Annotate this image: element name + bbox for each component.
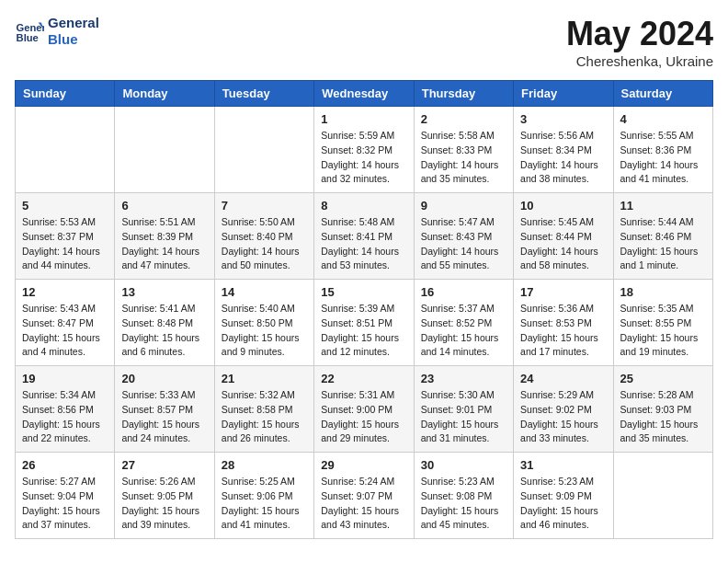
- calendar-cell: 14Sunrise: 5:40 AMSunset: 8:50 PMDayligh…: [214, 280, 313, 366]
- calendar-cell: 6Sunrise: 5:51 AMSunset: 8:39 PMDaylight…: [115, 193, 214, 280]
- day-info: Sunrise: 5:44 AMSunset: 8:46 PMDaylight:…: [620, 215, 706, 273]
- calendar-cell: [115, 107, 214, 193]
- calendar-cell: 26Sunrise: 5:27 AMSunset: 9:04 PMDayligh…: [16, 453, 115, 539]
- weekday-header-thursday: Thursday: [414, 81, 513, 107]
- day-info: Sunrise: 5:35 AMSunset: 8:55 PMDaylight:…: [620, 302, 706, 360]
- calendar-cell: 3Sunrise: 5:56 AMSunset: 8:34 PMDaylight…: [514, 107, 613, 193]
- day-number: 15: [321, 285, 406, 299]
- day-number: 4: [620, 112, 706, 126]
- week-row-4: 19Sunrise: 5:34 AMSunset: 8:56 PMDayligh…: [16, 366, 713, 453]
- day-number: 31: [520, 458, 606, 472]
- calendar-cell: 20Sunrise: 5:33 AMSunset: 8:57 PMDayligh…: [115, 366, 214, 453]
- day-info: Sunrise: 5:29 AMSunset: 9:02 PMDaylight:…: [520, 388, 606, 446]
- calendar-cell: 12Sunrise: 5:43 AMSunset: 8:47 PMDayligh…: [16, 280, 115, 366]
- day-number: 3: [520, 112, 606, 126]
- day-info: Sunrise: 5:39 AMSunset: 8:51 PMDaylight:…: [321, 302, 406, 360]
- day-number: 22: [321, 372, 406, 385]
- title-block: May 2024 Chereshenka, Ukraine: [566, 15, 713, 69]
- day-number: 23: [421, 372, 506, 385]
- week-row-1: 1Sunrise: 5:59 AMSunset: 8:32 PMDaylight…: [16, 107, 713, 193]
- day-info: Sunrise: 5:34 AMSunset: 8:56 PMDaylight:…: [22, 388, 108, 446]
- day-number: 18: [620, 285, 706, 299]
- weekday-header-sunday: Sunday: [16, 81, 115, 107]
- day-info: Sunrise: 5:55 AMSunset: 8:36 PMDaylight:…: [620, 129, 706, 187]
- calendar-cell: 22Sunrise: 5:31 AMSunset: 9:00 PMDayligh…: [314, 366, 414, 453]
- day-info: Sunrise: 5:43 AMSunset: 8:47 PMDaylight:…: [22, 302, 108, 360]
- calendar-cell: 8Sunrise: 5:48 AMSunset: 8:41 PMDaylight…: [314, 193, 414, 280]
- calendar-cell: 7Sunrise: 5:50 AMSunset: 8:40 PMDaylight…: [214, 193, 313, 280]
- calendar-cell: 11Sunrise: 5:44 AMSunset: 8:46 PMDayligh…: [613, 193, 712, 280]
- day-info: Sunrise: 5:24 AMSunset: 9:07 PMDaylight:…: [321, 475, 406, 533]
- weekday-header-friday: Friday: [514, 81, 613, 107]
- calendar-table: SundayMondayTuesdayWednesdayThursdayFrid…: [15, 80, 713, 539]
- calendar-cell: 23Sunrise: 5:30 AMSunset: 9:01 PMDayligh…: [414, 366, 513, 453]
- day-info: Sunrise: 5:45 AMSunset: 8:44 PMDaylight:…: [520, 215, 606, 273]
- day-info: Sunrise: 5:37 AMSunset: 8:52 PMDaylight:…: [421, 302, 506, 360]
- day-number: 21: [222, 372, 307, 385]
- calendar-cell: 21Sunrise: 5:32 AMSunset: 8:58 PMDayligh…: [214, 366, 313, 453]
- calendar-cell: 18Sunrise: 5:35 AMSunset: 8:55 PMDayligh…: [613, 280, 712, 366]
- day-info: Sunrise: 5:28 AMSunset: 9:03 PMDaylight:…: [620, 388, 706, 446]
- day-number: 16: [421, 285, 506, 299]
- calendar-cell: 19Sunrise: 5:34 AMSunset: 8:56 PMDayligh…: [16, 366, 115, 453]
- day-info: Sunrise: 5:25 AMSunset: 9:06 PMDaylight:…: [222, 475, 307, 533]
- day-info: Sunrise: 5:27 AMSunset: 9:04 PMDaylight:…: [22, 475, 108, 533]
- day-number: 27: [121, 458, 207, 472]
- day-info: Sunrise: 5:51 AMSunset: 8:39 PMDaylight:…: [121, 215, 207, 273]
- day-number: 5: [22, 199, 108, 213]
- calendar-cell: 16Sunrise: 5:37 AMSunset: 8:52 PMDayligh…: [414, 280, 513, 366]
- day-number: 17: [520, 285, 606, 299]
- day-number: 1: [321, 112, 406, 126]
- calendar-cell: 24Sunrise: 5:29 AMSunset: 9:02 PMDayligh…: [514, 366, 613, 453]
- month-title: May 2024: [566, 15, 713, 53]
- day-number: 7: [222, 199, 307, 213]
- day-info: Sunrise: 5:31 AMSunset: 9:00 PMDaylight:…: [321, 388, 406, 446]
- day-info: Sunrise: 5:36 AMSunset: 8:53 PMDaylight:…: [520, 302, 606, 360]
- day-number: 28: [222, 458, 307, 472]
- day-info: Sunrise: 5:58 AMSunset: 8:33 PMDaylight:…: [421, 129, 506, 187]
- day-info: Sunrise: 5:23 AMSunset: 9:08 PMDaylight:…: [421, 475, 506, 533]
- calendar-cell: 4Sunrise: 5:55 AMSunset: 8:36 PMDaylight…: [613, 107, 712, 193]
- calendar-cell: 13Sunrise: 5:41 AMSunset: 8:48 PMDayligh…: [115, 280, 214, 366]
- calendar-cell: 25Sunrise: 5:28 AMSunset: 9:03 PMDayligh…: [613, 366, 712, 453]
- calendar-cell: [214, 107, 313, 193]
- day-info: Sunrise: 5:41 AMSunset: 8:48 PMDaylight:…: [121, 302, 207, 360]
- calendar-cell: 5Sunrise: 5:53 AMSunset: 8:37 PMDaylight…: [16, 193, 115, 280]
- day-number: 2: [421, 112, 506, 126]
- day-info: Sunrise: 5:56 AMSunset: 8:34 PMDaylight:…: [520, 129, 606, 187]
- logo: General Blue General Blue: [15, 15, 99, 48]
- day-info: Sunrise: 5:47 AMSunset: 8:43 PMDaylight:…: [421, 215, 506, 273]
- day-number: 30: [421, 458, 506, 472]
- weekday-header-tuesday: Tuesday: [214, 81, 313, 107]
- logo-line2: Blue: [48, 31, 99, 48]
- day-number: 26: [22, 458, 108, 472]
- weekday-header-saturday: Saturday: [613, 81, 712, 107]
- calendar-cell: 15Sunrise: 5:39 AMSunset: 8:51 PMDayligh…: [314, 280, 414, 366]
- calendar-cell: 9Sunrise: 5:47 AMSunset: 8:43 PMDaylight…: [414, 193, 513, 280]
- week-row-2: 5Sunrise: 5:53 AMSunset: 8:37 PMDaylight…: [16, 193, 713, 280]
- weekday-header-monday: Monday: [115, 81, 214, 107]
- day-number: 11: [620, 199, 706, 213]
- day-number: 29: [321, 458, 406, 472]
- day-info: Sunrise: 5:32 AMSunset: 8:58 PMDaylight:…: [222, 388, 307, 446]
- day-info: Sunrise: 5:30 AMSunset: 9:01 PMDaylight:…: [421, 388, 506, 446]
- calendar-cell: 31Sunrise: 5:23 AMSunset: 9:09 PMDayligh…: [514, 453, 613, 539]
- day-number: 8: [321, 199, 406, 213]
- calendar-cell: 2Sunrise: 5:58 AMSunset: 8:33 PMDaylight…: [414, 107, 513, 193]
- calendar-cell: 30Sunrise: 5:23 AMSunset: 9:08 PMDayligh…: [414, 453, 513, 539]
- day-number: 13: [121, 285, 207, 299]
- day-info: Sunrise: 5:40 AMSunset: 8:50 PMDaylight:…: [222, 302, 307, 360]
- day-number: 19: [22, 372, 108, 385]
- calendar-cell: 10Sunrise: 5:45 AMSunset: 8:44 PMDayligh…: [514, 193, 613, 280]
- location-subtitle: Chereshenka, Ukraine: [566, 53, 713, 69]
- calendar-cell: 28Sunrise: 5:25 AMSunset: 9:06 PMDayligh…: [214, 453, 313, 539]
- calendar-cell: 17Sunrise: 5:36 AMSunset: 8:53 PMDayligh…: [514, 280, 613, 366]
- week-row-3: 12Sunrise: 5:43 AMSunset: 8:47 PMDayligh…: [16, 280, 713, 366]
- day-number: 25: [620, 372, 706, 385]
- calendar-cell: 1Sunrise: 5:59 AMSunset: 8:32 PMDaylight…: [314, 107, 414, 193]
- logo-line1: General: [48, 15, 99, 31]
- page-header: General Blue General Blue May 2024 Chere…: [15, 15, 713, 69]
- day-number: 6: [121, 199, 207, 213]
- day-info: Sunrise: 5:33 AMSunset: 8:57 PMDaylight:…: [121, 388, 207, 446]
- day-info: Sunrise: 5:53 AMSunset: 8:37 PMDaylight:…: [22, 215, 108, 273]
